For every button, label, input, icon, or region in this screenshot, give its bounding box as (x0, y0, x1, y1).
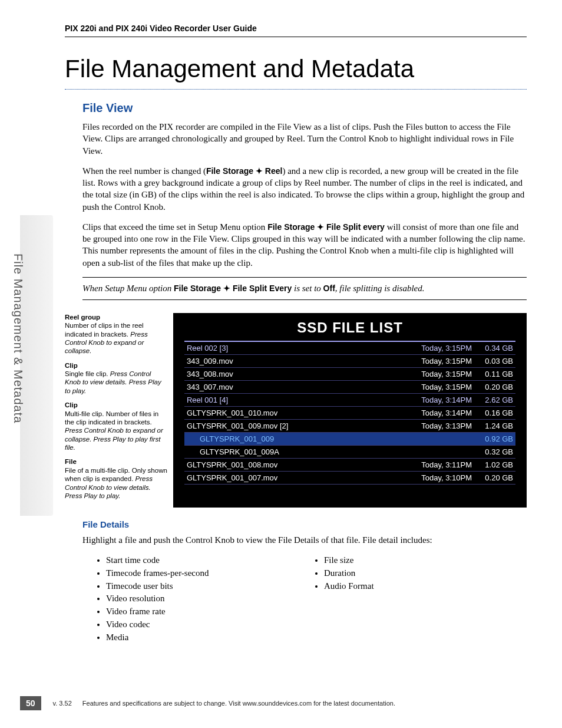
ssd-table: Reel 002 [3]Today, 3:15PM0.34 GB343_009.… (184, 341, 515, 485)
detail-item: Timecode frames-per-second (106, 567, 300, 580)
note-arrow-icon: ✦ (223, 284, 230, 293)
ssd-row-6[interactable]: GLTYSPRK_001_009.mov [2]Today, 3:13PM1.2… (184, 420, 515, 433)
ssd-row-7[interactable]: GLTYSPRK_001_0090.92 GB (184, 433, 515, 446)
ssd-title: SSD FILE LIST (174, 314, 526, 341)
callout-3: FileFile of a multi-file clip. Only show… (65, 457, 168, 500)
note-b: File Storage (174, 284, 223, 293)
side-tab-bg (20, 215, 53, 516)
detail-item: Start time code (106, 554, 300, 567)
ssd-row-1[interactable]: 343_009.movToday, 3:15PM0.03 GB (184, 355, 515, 368)
menu-path-reel: Reel (263, 166, 282, 176)
file-details-intro: Highlight a file and push the Control Kn… (82, 534, 527, 546)
callout-0: Reel groupNumber of clips in the reel in… (65, 313, 168, 355)
ssd-row-10[interactable]: GLTYSPRK_001_007.movToday, 3:10PM0.20 GB (184, 472, 515, 485)
details-list-2: File sizeDurationAudio Format (324, 554, 374, 592)
detail-item: Timecode user bits (106, 580, 300, 593)
detail-item: Video frame rate (106, 605, 300, 618)
note-box: When Setup Menu option File Storage ✦ Fi… (82, 277, 527, 300)
menu-arrow-icon: ✦ (256, 166, 263, 176)
ssd-row-5[interactable]: GLTYSPRK_001_010.movToday, 3:14PM0.16 GB (184, 407, 515, 420)
running-header: PIX 220i and PIX 240i Video Recorder Use… (65, 24, 527, 37)
para-2a: When the reel number is changed ( (82, 166, 206, 176)
callout-1: ClipSingle file clip. Press Control Knob… (65, 361, 168, 396)
page-title: File Management and Metadata (65, 55, 527, 90)
note-c: File Split Every (230, 284, 292, 293)
ssd-row-9[interactable]: GLTYSPRK_001_008.movToday, 3:11PM1.02 GB (184, 459, 515, 472)
footer-text: Features and specifications are subject … (82, 700, 395, 707)
menu-arrow-icon-2: ✦ (317, 222, 324, 232)
page-footer: 50 v. 3.52 Features and specifications a… (20, 696, 527, 710)
note-a: When Setup Menu option (82, 284, 174, 293)
note-f: , file splitting is disabled. (335, 284, 425, 293)
callout-2: ClipMulti-file clip. Number of files in … (65, 401, 168, 452)
detail-item: Audio Format (324, 580, 374, 593)
detail-item: File size (324, 554, 374, 567)
figure-ssd-file-list: Reel groupNumber of clips in the reel in… (65, 313, 527, 508)
section-file-details-heading: File Details (82, 519, 527, 529)
note-d: is set to (292, 284, 323, 293)
detail-item: Video resolution (106, 592, 300, 605)
menu-path-storage-2: File Storage (267, 222, 317, 232)
detail-item: Video codec (106, 618, 300, 631)
ssd-row-3[interactable]: 343_007.movToday, 3:15PM0.20 GB (184, 381, 515, 394)
menu-path-storage: File Storage (206, 166, 256, 176)
detail-item: Media (106, 631, 300, 644)
para-3: Clips that exceed the time set in Setup … (82, 221, 527, 269)
detail-item: Duration (324, 567, 374, 580)
para-2: When the reel number is changed (File St… (82, 165, 527, 213)
details-list-1: Start time codeTimecode frames-per-secon… (106, 554, 300, 644)
file-details-columns: Start time codeTimecode frames-per-secon… (82, 554, 527, 644)
ssd-row-4[interactable]: Reel 001 [4]Today, 3:14PM2.62 GB (184, 394, 515, 407)
footer-version: v. 3.52 (53, 700, 72, 707)
note-e: Off (323, 284, 335, 293)
ssd-row-8[interactable]: GLTYSPRK_001_009A0.32 GB (184, 446, 515, 459)
para-1: Files recorded on the PIX recorder are c… (82, 121, 527, 157)
callouts-column: Reel groupNumber of clips in the reel in… (65, 313, 173, 508)
menu-path-split: File Split every (324, 222, 385, 232)
section-file-view-heading: File View (82, 101, 527, 115)
para-3a: Clips that exceed the time set in Setup … (82, 222, 267, 232)
ssd-screen: SSD FILE LIST Reel 002 [3]Today, 3:15PM0… (173, 313, 527, 508)
ssd-row-0[interactable]: Reel 002 [3]Today, 3:15PM0.34 GB (184, 342, 515, 355)
page-number: 50 (20, 696, 41, 710)
side-tab-label: File Management & Metadata (11, 253, 25, 423)
ssd-row-2[interactable]: 343_008.movToday, 3:15PM0.11 GB (184, 368, 515, 381)
